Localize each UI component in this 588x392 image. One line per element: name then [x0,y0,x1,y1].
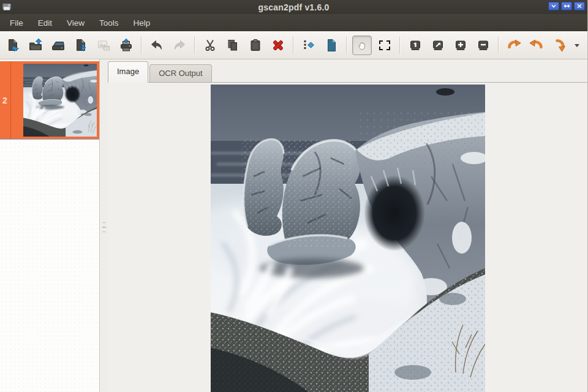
zoom-fit-button[interactable] [426,34,449,57]
content-area: 2 Image OCR Output [0,59,587,392]
close-window-button[interactable] [574,2,585,10]
column-divider [10,61,11,139]
selection-tool-icon [379,40,390,50]
undo-button[interactable] [145,34,168,57]
select-all-icon [324,38,339,53]
scanned-page-image[interactable] [211,85,485,392]
select-all-button[interactable] [320,34,342,57]
renumber-button[interactable] [297,34,320,57]
menu-help[interactable]: Help [126,15,158,31]
toolbar-separator [498,37,499,54]
titlebar: gscan2pdf v1.6.0 [0,0,587,14]
gscan2pdf-window: gscan2pdf v1.6.0 File Edit View Tools He… [0,0,588,392]
toolbar-separator [141,37,141,54]
window-title: gscan2pdf v1.6.0 [0,2,587,12]
page-number-label: 2 [2,61,21,139]
save-icon [74,38,88,53]
zoom-in-button[interactable] [449,34,472,57]
hand-tool-button[interactable] [350,34,373,57]
menu-view[interactable]: View [59,15,92,31]
toolbar-separator [293,37,293,54]
scanner-icon [51,38,66,53]
close-icon [576,4,582,9]
app-icon [2,2,12,12]
menu-file[interactable]: File [2,15,31,31]
save-button[interactable] [69,34,92,57]
menu-edit[interactable]: Edit [31,15,59,31]
resize-horizontal-icon [564,4,570,9]
shade-window-button[interactable] [548,2,559,10]
open-folder-icon [28,38,43,53]
rotate-270-icon [552,38,567,53]
print-button[interactable] [115,34,137,57]
splitter-grip-icon [102,222,106,232]
delete-icon [271,38,285,53]
copy-icon [225,38,240,53]
maximize-window-button[interactable] [561,2,572,10]
selection-tool-button[interactable] [373,34,396,57]
email-button [92,34,115,57]
delete-button[interactable] [266,34,289,57]
zoom-in-icon [453,38,468,53]
email-pdf-icon [96,38,111,53]
zoom-fit-icon [431,38,445,53]
toolbar-separator [346,37,347,54]
view-tabs: Image OCR Output [108,59,587,83]
zoom-100-icon [408,38,423,53]
paste-button[interactable] [244,34,266,57]
seascape-photo-image [211,85,485,392]
new-document-icon [6,38,20,53]
hand-tool-pressed-frame [352,36,372,55]
copy-button[interactable] [221,34,244,57]
rotate-270-button[interactable] [548,34,570,57]
toolbar-separator [399,37,400,54]
renumber-icon [301,38,316,53]
menubar: File Edit View Tools Help [0,14,587,31]
zoom-out-button[interactable] [472,34,494,57]
rotate-90-button[interactable] [502,34,525,57]
toolbar [0,31,587,59]
redo-icon [172,38,187,53]
redo-button [168,34,190,57]
chevron-down-icon [551,4,557,9]
window-controls [548,2,585,10]
toolbar-separator [194,37,195,54]
page-thumbnail[interactable] [23,64,97,137]
menu-tools[interactable]: Tools [92,15,126,31]
page-thumbnail-panel: 2 [0,59,100,392]
rotate-180-icon [529,38,544,53]
zoom-100-button[interactable] [404,34,426,57]
tab-image[interactable]: Image [108,61,148,83]
cut-button[interactable] [198,34,221,57]
chevron-down-icon [573,43,581,48]
view-notebook: Image OCR Output [108,59,587,392]
new-button[interactable] [1,34,24,57]
pane-splitter[interactable] [100,59,108,392]
image-canvas [108,82,587,392]
rotate-90-icon [507,38,521,53]
print-icon [119,38,134,53]
rotate-180-button[interactable] [525,34,548,57]
open-button[interactable] [24,34,47,57]
scan-button[interactable] [47,34,69,57]
toolbar-overflow-button[interactable] [570,34,584,57]
cut-icon [203,38,217,53]
zoom-out-icon [476,38,491,53]
hand-tool-icon [356,39,368,51]
tab-ocr-output[interactable]: OCR Output [149,64,212,83]
page-row-selected[interactable]: 2 [0,61,100,140]
paste-icon [248,38,263,53]
undo-icon [149,38,164,53]
seascape-thumbnail-image [23,64,97,137]
